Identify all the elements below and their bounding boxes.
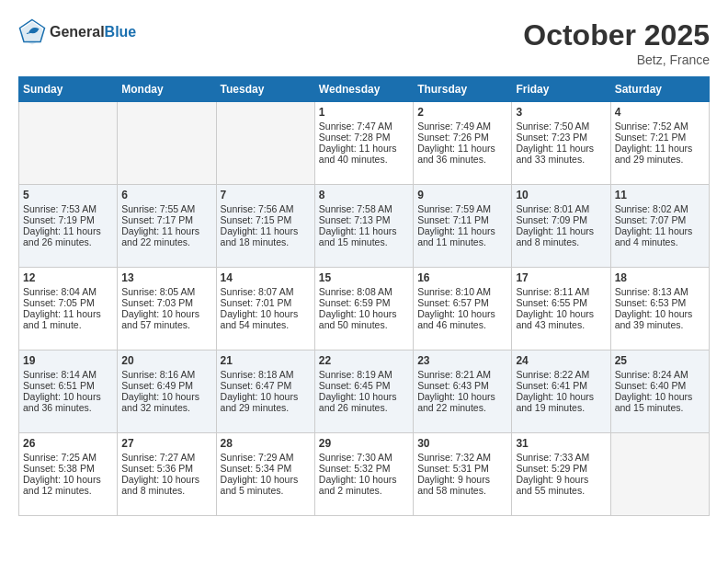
cell-text: Daylight: 11 hours <box>417 225 507 236</box>
title-area: October 2025 Betz, France <box>523 18 710 67</box>
calendar-cell: 22Sunrise: 8:19 AMSunset: 6:45 PMDayligh… <box>314 350 413 433</box>
calendar-week-2: 5Sunrise: 7:53 AMSunset: 7:19 PMDaylight… <box>19 185 710 268</box>
day-number: 30 <box>417 437 507 450</box>
day-number: 25 <box>615 354 705 367</box>
cell-text: Sunrise: 7:33 AM <box>516 452 606 463</box>
cell-text: Daylight: 10 hours <box>319 474 409 485</box>
cell-text: and 5 minutes. <box>221 485 311 496</box>
day-number: 2 <box>417 106 507 119</box>
cell-text: Sunrise: 8:02 AM <box>615 203 705 214</box>
cell-text: and 33 minutes. <box>516 154 606 165</box>
calendar-cell: 6Sunrise: 7:55 AMSunset: 7:17 PMDaylight… <box>118 185 216 268</box>
cell-text: Sunset: 7:07 PM <box>615 214 705 225</box>
cell-text: Sunrise: 8:10 AM <box>417 286 507 297</box>
cell-text: Daylight: 10 hours <box>121 308 211 319</box>
cell-text: Sunrise: 7:27 AM <box>121 452 211 463</box>
day-header-friday: Friday <box>512 77 610 102</box>
cell-text: Sunrise: 7:49 AM <box>417 121 507 132</box>
calendar-cell: 27Sunrise: 7:27 AMSunset: 5:36 PMDayligh… <box>118 433 216 516</box>
cell-text: Sunset: 7:21 PM <box>615 132 705 143</box>
calendar-cell: 19Sunrise: 8:14 AMSunset: 6:51 PMDayligh… <box>19 350 118 433</box>
day-number: 18 <box>615 271 705 284</box>
cell-text: and 32 minutes. <box>121 402 211 413</box>
cell-text: Daylight: 11 hours <box>319 225 409 236</box>
cell-text: and 11 minutes. <box>417 236 507 247</box>
cell-text: Sunrise: 8:21 AM <box>417 369 507 380</box>
cell-text: Sunrise: 7:25 AM <box>23 452 113 463</box>
day-number: 15 <box>319 271 409 284</box>
day-header-thursday: Thursday <box>414 77 512 102</box>
cell-text: and 22 minutes. <box>121 236 211 247</box>
cell-text: Sunset: 6:45 PM <box>319 380 409 391</box>
cell-text: and 8 minutes. <box>121 485 211 496</box>
cell-text: Sunrise: 7:50 AM <box>516 121 606 132</box>
cell-text: Sunrise: 8:22 AM <box>516 369 606 380</box>
cell-text: Sunrise: 7:58 AM <box>319 203 409 214</box>
cell-text: and 15 minutes. <box>615 402 705 413</box>
calendar-cell: 25Sunrise: 8:24 AMSunset: 6:40 PMDayligh… <box>610 350 709 433</box>
calendar-cell: 23Sunrise: 8:21 AMSunset: 6:43 PMDayligh… <box>414 350 512 433</box>
cell-text: Daylight: 10 hours <box>221 391 311 402</box>
month-title: October 2025 <box>523 18 710 52</box>
cell-text: and 57 minutes. <box>121 319 211 330</box>
cell-text: Sunset: 5:31 PM <box>417 463 507 474</box>
logo: GeneralBlue <box>18 18 136 46</box>
cell-text: Daylight: 10 hours <box>23 391 113 402</box>
calendar-cell: 7Sunrise: 7:56 AMSunset: 7:15 PMDaylight… <box>216 185 314 268</box>
cell-text: Sunrise: 7:30 AM <box>319 452 409 463</box>
day-number: 9 <box>417 189 507 201</box>
cell-text: Daylight: 9 hours <box>516 474 606 485</box>
day-number: 19 <box>23 354 113 367</box>
day-number: 21 <box>221 354 311 367</box>
cell-text: and 36 minutes. <box>23 402 113 413</box>
cell-text: Daylight: 10 hours <box>417 308 507 319</box>
calendar-cell: 26Sunrise: 7:25 AMSunset: 5:38 PMDayligh… <box>19 433 118 516</box>
cell-text: Daylight: 11 hours <box>221 225 311 236</box>
day-number: 12 <box>23 271 113 284</box>
calendar-table: SundayMondayTuesdayWednesdayThursdayFrid… <box>18 76 710 516</box>
cell-text: and 54 minutes. <box>221 319 311 330</box>
cell-text: Sunrise: 7:29 AM <box>221 452 311 463</box>
cell-text: Sunset: 5:34 PM <box>221 463 311 474</box>
calendar-cell <box>118 102 216 185</box>
location: Betz, France <box>523 52 710 67</box>
day-number: 13 <box>121 271 211 284</box>
cell-text: Sunset: 7:26 PM <box>417 132 507 143</box>
cell-text: Sunset: 7:05 PM <box>23 297 113 308</box>
cell-text: and 55 minutes. <box>516 485 606 496</box>
cell-text: Sunrise: 7:53 AM <box>23 203 113 214</box>
cell-text: Daylight: 10 hours <box>221 474 311 485</box>
day-number: 17 <box>516 271 606 284</box>
cell-text: and 40 minutes. <box>319 154 409 165</box>
calendar-cell: 12Sunrise: 8:04 AMSunset: 7:05 PMDayligh… <box>19 268 118 350</box>
cell-text: Daylight: 10 hours <box>121 391 211 402</box>
calendar-cell: 9Sunrise: 7:59 AMSunset: 7:11 PMDaylight… <box>414 185 512 268</box>
calendar-cell: 8Sunrise: 7:58 AMSunset: 7:13 PMDaylight… <box>314 185 413 268</box>
day-number: 26 <box>23 437 113 450</box>
cell-text: and 29 minutes. <box>615 154 705 165</box>
cell-text: Daylight: 10 hours <box>121 474 211 485</box>
cell-text: Sunset: 6:55 PM <box>516 297 606 308</box>
calendar-week-5: 26Sunrise: 7:25 AMSunset: 5:38 PMDayligh… <box>19 433 710 516</box>
cell-text: Sunrise: 7:56 AM <box>221 203 311 214</box>
calendar-cell: 2Sunrise: 7:49 AMSunset: 7:26 PMDaylight… <box>414 102 512 185</box>
cell-text: Sunset: 7:03 PM <box>121 297 211 308</box>
day-number: 16 <box>417 271 507 284</box>
day-number: 14 <box>221 271 311 284</box>
cell-text: and 1 minute. <box>23 319 113 330</box>
cell-text: Sunset: 6:57 PM <box>417 297 507 308</box>
cell-text: and 12 minutes. <box>23 485 113 496</box>
cell-text: Sunrise: 8:05 AM <box>121 286 211 297</box>
cell-text: and 46 minutes. <box>417 319 507 330</box>
cell-text: Daylight: 11 hours <box>516 225 606 236</box>
day-number: 28 <box>221 437 311 450</box>
calendar-week-1: 1Sunrise: 7:47 AMSunset: 7:28 PMDaylight… <box>19 102 710 185</box>
cell-text: Sunrise: 7:52 AM <box>615 121 705 132</box>
cell-text: Daylight: 11 hours <box>121 225 211 236</box>
day-number: 31 <box>516 437 606 450</box>
cell-text: Sunset: 7:23 PM <box>516 132 606 143</box>
header: GeneralBlue October 2025 Betz, France <box>18 18 710 67</box>
cell-text: Daylight: 11 hours <box>516 143 606 154</box>
calendar-cell: 20Sunrise: 8:16 AMSunset: 6:49 PMDayligh… <box>118 350 216 433</box>
cell-text: and 18 minutes. <box>221 236 311 247</box>
